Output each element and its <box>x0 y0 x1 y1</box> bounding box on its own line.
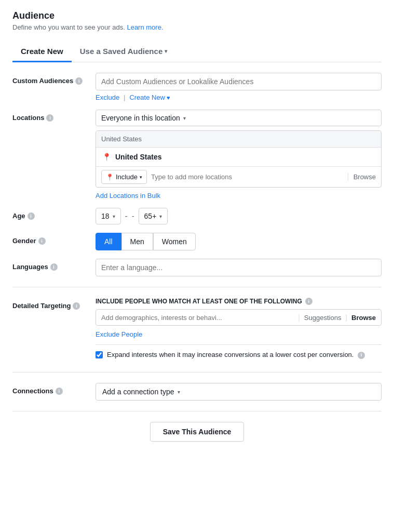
custom-audiences-row: Custom Audiences i Exclude | Create New … <box>12 73 382 101</box>
location-pin-icon: 📍 <box>102 153 111 161</box>
detailed-targeting-row: Detailed Targeting i INCLUDE people who … <box>12 298 382 362</box>
section-separator-3 <box>12 411 382 411</box>
gender-all-button[interactable]: All <box>96 233 121 250</box>
tab-use-saved-audience[interactable]: Use a Saved Audience ▾ <box>72 42 176 62</box>
exclude-people-link[interactable]: Exclude People <box>96 330 142 338</box>
targeting-description-info-icon[interactable]: i <box>305 298 313 305</box>
connections-info-icon[interactable]: i <box>56 388 63 395</box>
location-header: United States <box>96 131 381 148</box>
section-separator-1 <box>12 287 382 287</box>
gender-men-button[interactable]: Men <box>121 233 153 250</box>
saved-audience-caret-icon: ▾ <box>165 48 167 54</box>
custom-audiences-label: Custom Audiences i <box>12 73 96 85</box>
age-min-caret-icon: ▾ <box>113 214 115 219</box>
connections-content: Add a connection type ▾ <box>96 383 382 401</box>
section-separator-2 <box>12 372 382 373</box>
age-separator: - <box>125 211 128 221</box>
create-new-link[interactable]: Create New ♥ <box>129 94 170 101</box>
tab-create-new[interactable]: Create New <box>12 42 72 62</box>
location-search-input[interactable] <box>151 171 344 183</box>
age-row: Age i 18 ▾ - - 65+ ▾ <box>12 208 382 224</box>
age-selector-row: 18 ▾ - - 65+ ▾ <box>96 208 382 224</box>
detailed-targeting-content: INCLUDE people who match at least ONE of… <box>96 298 382 362</box>
location-name: United States <box>115 153 161 161</box>
gender-label: Gender i <box>12 233 96 245</box>
locations-info-icon[interactable]: i <box>46 114 53 122</box>
languages-info-icon[interactable]: i <box>50 263 58 271</box>
age-label: Age i <box>12 208 96 220</box>
include-caret-icon: ▾ <box>140 175 142 180</box>
languages-content <box>96 259 382 276</box>
expand-interests-checkbox[interactable] <box>96 351 103 358</box>
location-dropdown-caret-icon: ▾ <box>183 115 186 121</box>
custom-audiences-info-icon[interactable]: i <box>75 77 83 85</box>
location-type-dropdown[interactable]: Everyone in this location ▾ <box>96 110 382 126</box>
save-audience-button[interactable]: Save This Audience <box>150 422 244 442</box>
connection-dropdown-caret-icon: ▾ <box>178 389 180 395</box>
connection-type-dropdown[interactable]: Add a connection type ▾ <box>96 383 382 401</box>
targeting-input-row: | Suggestions | Browse <box>96 309 382 326</box>
include-pin-icon: 📍 <box>106 174 114 181</box>
gender-info-icon[interactable]: i <box>38 237 46 245</box>
connections-label: Connections i <box>12 383 96 395</box>
custom-audiences-link-row: Exclude | Create New ♥ <box>96 94 382 101</box>
expand-interests-label: Expand interests when it may increase co… <box>107 350 365 360</box>
gender-content: All Men Women <box>96 233 382 250</box>
expand-interests-info-icon[interactable]: i <box>358 352 365 359</box>
connections-row: Connections i Add a connection type ▾ <box>12 383 382 401</box>
gender-row: Gender i All Men Women <box>12 233 382 250</box>
targeting-browse-button[interactable]: Browse <box>351 314 376 322</box>
locations-row: Locations i Everyone in this location ▾ … <box>12 110 382 200</box>
gender-women-button[interactable]: Women <box>153 233 196 250</box>
age-min-dropdown[interactable]: 18 ▾ <box>96 208 121 224</box>
age-info-icon[interactable]: i <box>28 212 35 220</box>
locations-label: Locations i <box>12 110 96 122</box>
expand-interests-row: Expand interests when it may increase co… <box>96 344 382 362</box>
page-title: Audience <box>12 10 382 21</box>
age-content: 18 ▾ - - 65+ ▾ <box>96 208 382 224</box>
gender-selector: All Men Women <box>96 233 382 250</box>
page-subtitle: Define who you want to see your ads. Lea… <box>12 23 382 31</box>
custom-audiences-content: Exclude | Create New ♥ <box>96 73 382 101</box>
languages-input[interactable] <box>96 259 382 276</box>
detailed-targeting-label: Detailed Targeting i <box>12 298 96 310</box>
languages-label: Languages i <box>12 259 96 271</box>
custom-audiences-input[interactable] <box>96 73 382 90</box>
location-item: 📍 United States <box>96 148 381 167</box>
page-header: Audience Define who you want to see your… <box>12 10 382 31</box>
exclude-link[interactable]: Exclude <box>96 94 119 101</box>
create-new-heart-icon: ♥ <box>167 95 170 101</box>
location-box: United States 📍 United States 📍 Include … <box>96 130 382 188</box>
targeting-search-input[interactable] <box>101 314 294 322</box>
age-max-dropdown[interactable]: 65+ ▾ <box>139 208 168 224</box>
age-max-caret-icon: ▾ <box>159 214 162 219</box>
location-browse-button[interactable]: Browse <box>348 173 376 181</box>
detailed-targeting-info-icon[interactable]: i <box>73 302 80 310</box>
suggestions-button[interactable]: Suggestions <box>304 314 342 322</box>
location-input-row: 📍 Include ▾ Browse <box>96 167 381 187</box>
link-divider: | <box>124 94 125 101</box>
add-locations-bulk-link[interactable]: Add Locations in Bulk <box>96 192 382 200</box>
learn-more-link[interactable]: Learn more. <box>127 23 163 31</box>
locations-content: Everyone in this location ▾ United State… <box>96 110 382 200</box>
languages-row: Languages i <box>12 259 382 276</box>
tabs-container: Create New Use a Saved Audience ▾ <box>12 42 382 62</box>
targeting-description: INCLUDE people who match at least ONE of… <box>96 298 382 305</box>
include-button[interactable]: 📍 Include ▾ <box>101 170 147 184</box>
